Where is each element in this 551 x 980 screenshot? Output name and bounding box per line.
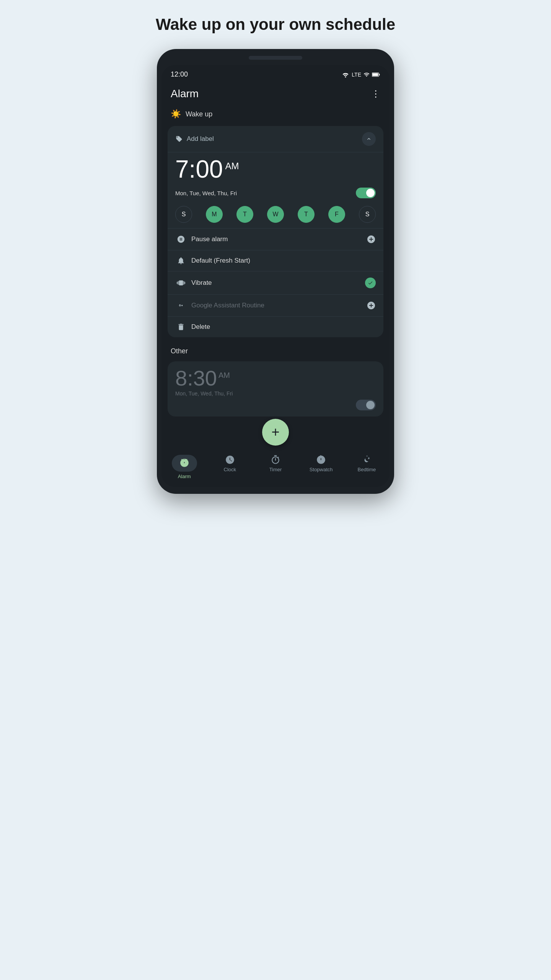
- add-label-row[interactable]: Add label: [175, 135, 214, 143]
- stopwatch-nav-icon: [316, 455, 326, 465]
- alarm-2-toggle[interactable]: [356, 400, 376, 410]
- clock-nav-label: Clock: [224, 467, 236, 472]
- app-header: Alarm ⋮: [161, 82, 390, 105]
- alarm-2-days: Mon, Tue, Wed, Thu, Fri: [175, 390, 376, 397]
- alarm-nav-icon: [179, 458, 189, 468]
- day-sunday[interactable]: S: [175, 206, 192, 223]
- alarm-card-1-header: Add label: [168, 126, 383, 152]
- phone-screen: 12:00 LTE Alarm ⋮ ☀: [161, 65, 390, 487]
- assistant-add-icon: [367, 301, 376, 310]
- pause-alarm-row[interactable]: Pause alarm: [168, 228, 383, 250]
- day-monday[interactable]: M: [206, 206, 223, 223]
- add-alarm-fab[interactable]: +: [262, 419, 289, 446]
- label-icon: [175, 136, 183, 142]
- pause-alarm-icon: [175, 235, 187, 243]
- day-tuesday[interactable]: T: [236, 206, 253, 223]
- status-time: 12:00: [171, 70, 188, 78]
- svg-rect-1: [372, 73, 378, 76]
- alarm-toggle[interactable]: [356, 188, 376, 198]
- vibrate-check: [365, 278, 376, 288]
- menu-dots-button[interactable]: ⋮: [371, 88, 380, 99]
- status-icons: LTE: [342, 72, 380, 78]
- pause-alarm-add-icon: [367, 235, 376, 244]
- nav-alarm[interactable]: Alarm: [161, 455, 207, 479]
- svg-point-4: [181, 305, 183, 306]
- clock-nav-icon: [225, 455, 235, 465]
- ringtone-icon: [175, 256, 187, 265]
- delete-text: Delete: [191, 323, 376, 331]
- alarm-time-display: 7:00AM: [175, 155, 239, 183]
- bedtime-nav-label: Bedtime: [358, 467, 376, 472]
- status-bar: 12:00 LTE: [161, 65, 390, 82]
- wakeup-label-text: Wake up: [186, 110, 212, 118]
- page-headline: Wake up on your own schedule: [156, 15, 395, 34]
- svg-rect-2: [379, 74, 380, 75]
- nav-clock[interactable]: Clock: [207, 455, 253, 479]
- vibrate-row[interactable]: Vibrate: [168, 271, 383, 294]
- other-section: Other: [161, 340, 390, 358]
- wakeup-section-label: ☀️ Wake up: [161, 105, 390, 124]
- ringtone-text: Default (Fresh Start): [191, 257, 376, 265]
- timer-nav-icon: [271, 455, 280, 465]
- app-title: Alarm: [171, 88, 199, 100]
- day-circles: S M T W T F S: [168, 203, 383, 228]
- alarm-time-2-display[interactable]: 8:30AM: [175, 366, 230, 390]
- vibrate-icon: [175, 279, 187, 287]
- lte-label: LTE: [352, 72, 361, 78]
- day-wednesday[interactable]: W: [267, 206, 284, 223]
- collapse-button[interactable]: [362, 132, 376, 146]
- assistant-text: Google Assistant Routine: [191, 302, 367, 309]
- vibrate-text: Vibrate: [191, 279, 365, 287]
- alarm-2-bottom: [175, 400, 376, 410]
- bedtime-nav-icon: [362, 455, 372, 465]
- other-label: Other: [171, 347, 188, 355]
- sun-icon: ☀️: [171, 109, 181, 119]
- nav-timer[interactable]: Timer: [253, 455, 298, 479]
- nav-stopwatch[interactable]: Stopwatch: [298, 455, 344, 479]
- assistant-icon: [175, 301, 187, 310]
- assistant-row[interactable]: Google Assistant Routine: [168, 294, 383, 316]
- nav-bedtime[interactable]: Bedtime: [344, 455, 390, 479]
- day-thursday[interactable]: T: [298, 206, 315, 223]
- alarm-days-row: Mon, Tue, Wed, Thu, Fri: [168, 185, 383, 203]
- bottom-nav: Alarm Clock Timer Stopwatch: [161, 450, 390, 487]
- alarm-days-text: Mon, Tue, Wed, Thu, Fri: [175, 190, 237, 196]
- wifi-icon: [342, 72, 349, 78]
- alarm-card-2: 8:30AM Mon, Tue, Wed, Thu, Fri: [168, 361, 383, 416]
- signal-icon: [364, 72, 370, 78]
- delete-row[interactable]: Delete: [168, 316, 383, 337]
- ringtone-row[interactable]: Default (Fresh Start): [168, 250, 383, 271]
- day-friday[interactable]: F: [328, 206, 345, 223]
- delete-icon: [175, 323, 187, 331]
- alarm-time-row[interactable]: 7:00AM: [168, 152, 383, 185]
- phone-frame: 12:00 LTE Alarm ⋮ ☀: [157, 49, 394, 494]
- svg-point-6: [179, 304, 180, 305]
- svg-point-5: [179, 305, 180, 306]
- stopwatch-nav-label: Stopwatch: [310, 467, 333, 472]
- alarm-card-1: Add label 7:00AM Mon, Tue, Wed, Thu, Fri: [168, 126, 383, 337]
- timer-nav-label: Timer: [269, 467, 282, 472]
- battery-icon: [372, 72, 380, 78]
- alarm-nav-label: Alarm: [178, 474, 191, 479]
- add-label-text: Add label: [187, 135, 214, 143]
- day-saturday[interactable]: S: [359, 206, 376, 223]
- pause-alarm-text: Pause alarm: [191, 235, 367, 243]
